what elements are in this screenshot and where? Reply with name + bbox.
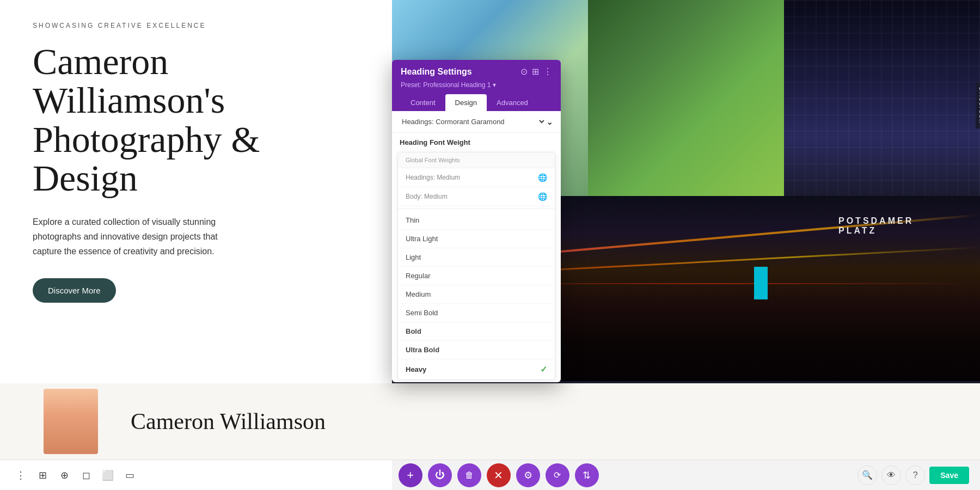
item-label: Ultra Bold: [406, 346, 439, 354]
history-button[interactable]: ⟳: [546, 463, 569, 487]
divider: [398, 209, 555, 209]
tab-design[interactable]: Design: [445, 94, 487, 111]
toolbar-comment-icon[interactable]: ◻: [76, 465, 96, 485]
dropdown-item-ultralight[interactable]: Ultra Light: [398, 230, 555, 248]
bottom-toolbar: ⋮ ⊞ ⊕ ◻ ⬜ ▭ + ⏻ 🗑 ✕ ⚙ ⟳ ⇅ 🔍 👁 ? Save: [0, 460, 980, 490]
select-arrow-icon: ⌄: [546, 117, 553, 127]
global-icon: 🌐: [538, 192, 547, 201]
toolbar-grid-icon[interactable]: ⊞: [33, 465, 52, 485]
help-icon-btn[interactable]: ?: [905, 465, 925, 485]
global-icon: 🌐: [538, 173, 547, 182]
toolbar-mobile-icon[interactable]: ▭: [120, 465, 139, 485]
dropdown-item-bold[interactable]: Bold: [398, 322, 555, 341]
dropdown-item-light[interactable]: Light: [398, 248, 555, 267]
bottom-preview-bar: Cameron Williamson: [0, 383, 980, 460]
portrait-thumbnail: [44, 389, 98, 454]
add-element-button[interactable]: +: [399, 463, 422, 487]
item-label: Bold: [406, 327, 421, 335]
panel-target-icon[interactable]: ⊙: [520, 66, 528, 77]
dropdown-item-body-medium[interactable]: Body: Medium 🌐: [398, 187, 555, 206]
panel-body: Headings: Cormorant Garamond ⌄ Heading F…: [392, 111, 561, 380]
building-image: Offscreen: [784, 0, 980, 196]
selected-check-icon: ✓: [540, 364, 547, 375]
item-label: Medium: [406, 290, 431, 298]
dropdown-item-medium[interactable]: Medium: [398, 285, 555, 304]
tab-advanced[interactable]: Advanced: [487, 94, 538, 111]
preview-heading: Cameron Williamson: [131, 408, 326, 434]
item-label: Ultra Light: [406, 235, 438, 243]
tab-content[interactable]: Content: [401, 94, 445, 111]
offscreen-label: Offscreen: [976, 82, 980, 128]
panel-title-row: Heading Settings ⊙ ⊞ ⋮: [401, 66, 552, 77]
delete-button[interactable]: 🗑: [457, 463, 481, 487]
item-label: Thin: [406, 216, 419, 224]
main-description: Explore a curated collection of visually…: [33, 215, 240, 259]
close-button[interactable]: ✕: [487, 463, 511, 487]
item-label: Regular: [406, 272, 431, 280]
dropdown-item-thin[interactable]: Thin: [398, 211, 555, 230]
dropdown-item-regular[interactable]: Regular: [398, 267, 555, 285]
panel-tabs: Content Design Advanced: [401, 94, 552, 111]
eye-icon-btn[interactable]: 👁: [881, 465, 901, 485]
main-heading: Cameron Williamson's Photography & Desig…: [33, 42, 359, 198]
dropdown-item-headings-medium[interactable]: Headings: Medium 🌐: [398, 168, 555, 187]
font-family-select[interactable]: Headings: Cormorant Garamond: [400, 117, 546, 126]
toolbar-center-section: + ⏻ 🗑 ✕ ⚙ ⟳ ⇅: [399, 463, 599, 487]
panel-header-icons: ⊙ ⊞ ⋮: [520, 66, 552, 77]
item-label: Light: [406, 253, 421, 261]
item-label: Semi Bold: [406, 309, 438, 317]
global-weights-label: Global Font Weights: [398, 152, 555, 168]
panel-title: Heading Settings: [401, 67, 472, 77]
font-weight-label: Heading Font Weight: [392, 133, 561, 150]
item-label: Headings: Medium: [406, 174, 460, 181]
toolbar-left-section: ⋮ ⊞ ⊕ ◻ ⬜ ▭: [11, 465, 139, 485]
dropdown-item-ultrabold[interactable]: Ultra Bold: [398, 341, 555, 359]
panel-layout-icon[interactable]: ⊞: [532, 66, 539, 77]
toolbar-desktop-icon[interactable]: ⬜: [98, 465, 118, 485]
panel-header: Heading Settings ⊙ ⊞ ⋮ Preset: Professio…: [392, 60, 561, 111]
teal-accent-strip: [754, 267, 768, 299]
heading-settings-panel: Heading Settings ⊙ ⊞ ⋮ Preset: Professio…: [392, 60, 561, 382]
panel-preset[interactable]: Preset: Professional Heading 1 ▾: [401, 81, 552, 89]
save-button[interactable]: Save: [929, 467, 969, 484]
showcase-label: SHOWCASING CREATIVE EXCELLENCE: [33, 22, 359, 29]
toolbar-search-icon[interactable]: ⊕: [54, 465, 74, 485]
toolbar-menu-icon[interactable]: ⋮: [11, 465, 30, 485]
toolbar-right-section: 🔍 👁 ? Save: [857, 465, 969, 485]
search-icon-btn[interactable]: 🔍: [857, 465, 877, 485]
font-family-row[interactable]: Headings: Cormorant Garamond ⌄: [392, 111, 561, 133]
power-button[interactable]: ⏻: [428, 463, 452, 487]
panel-more-icon[interactable]: ⋮: [543, 66, 552, 77]
dropdown-item-semibold[interactable]: Semi Bold: [398, 304, 555, 322]
item-label: Heavy: [406, 365, 426, 373]
adjust-button[interactable]: ⇅: [575, 463, 599, 487]
discover-more-button[interactable]: Discover More: [33, 278, 116, 303]
font-weight-dropdown[interactable]: Global Font Weights Headings: Medium 🌐 B…: [397, 152, 555, 380]
item-label: Body: Medium: [406, 193, 448, 200]
plant-image: [588, 0, 784, 196]
dropdown-item-heavy[interactable]: Heavy ✓: [398, 359, 555, 379]
settings-button[interactable]: ⚙: [516, 463, 540, 487]
